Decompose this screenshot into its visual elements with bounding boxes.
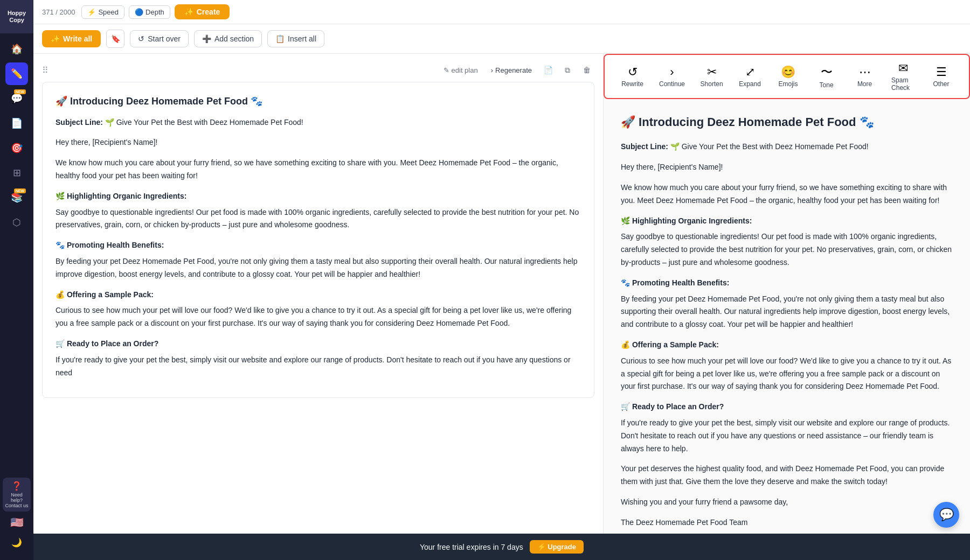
- panels: ⠿ ✎ edit plan › Regenerate 📄 ⧉ 🗑: [33, 54, 970, 560]
- sidebar-item-edit[interactable]: ✏️: [5, 62, 28, 85]
- top-toolbar: 371 / 2000 ⚡ Speed 🔵 Depth ✨ Create: [33, 0, 970, 24]
- insert-all-icon: 📋: [275, 34, 285, 43]
- regenerate-icon: ›: [491, 66, 493, 74]
- editor-content[interactable]: 🚀 Introducing Deez Homemade Pet Food 🐾 S…: [42, 82, 594, 398]
- sidebar-item-library[interactable]: 📚 new: [5, 186, 28, 209]
- bottom-banner: Your free trial expires in 7 days ⚡ Upgr…: [33, 534, 970, 560]
- continue-icon: ›: [670, 65, 674, 79]
- upgrade-label: ⚡ Upgrade: [537, 543, 576, 551]
- speed-label: Speed: [98, 8, 119, 16]
- preview-closing: Your pet deserves the highest quality fo…: [621, 463, 953, 488]
- preview-greeting: Hey there, [Recipient's Name]!: [621, 161, 953, 174]
- right-panel: ↺ Rewrite › Continue ✂ Shorten ⤢ Expand …: [604, 54, 970, 560]
- edit-plan-icon: ✎: [444, 66, 449, 74]
- expand-label: Expand: [739, 80, 761, 88]
- emojis-label: Emojis: [779, 80, 798, 88]
- chat-bubble-icon: 💬: [939, 508, 954, 522]
- left-panel: ⠿ ✎ edit plan › Regenerate 📄 ⧉ 🗑: [33, 54, 604, 560]
- sidebar-item-target[interactable]: 🎯: [5, 137, 28, 159]
- spam-check-label: Spam Check: [891, 76, 914, 92]
- delete-button[interactable]: 🗑: [579, 62, 594, 78]
- write-all-button[interactable]: ✨ Write all: [42, 30, 101, 47]
- library-new-badge: new: [14, 188, 26, 193]
- shorten-tool[interactable]: ✂ Shorten: [692, 62, 731, 91]
- copy-raw-button[interactable]: 📄: [541, 62, 556, 78]
- dark-mode-toggle[interactable]: 🌙: [5, 531, 28, 554]
- flag-icon[interactable]: 🇺🇸: [10, 516, 24, 529]
- insert-all-label: Insert all: [288, 34, 316, 43]
- editor-section: 🛒 Ready to Place an Order?If you're read…: [56, 338, 581, 379]
- rewrite-tool[interactable]: ↺ Rewrite: [613, 62, 652, 91]
- write-all-icon: ✨: [51, 34, 60, 43]
- insert-all-button[interactable]: 📋 Insert all: [267, 30, 324, 47]
- preview-intro: We know how much you care about your fur…: [621, 181, 953, 207]
- expand-icon: ⤢: [745, 65, 755, 79]
- add-section-icon: ➕: [202, 34, 211, 43]
- depth-label: Depth: [146, 8, 164, 16]
- editor-sections: 🌿 Highlighting Organic Ingredients:Say g…: [56, 190, 581, 380]
- speed-button[interactable]: ⚡ Speed: [81, 5, 124, 19]
- editor-section: 🌿 Highlighting Organic Ingredients:Say g…: [56, 190, 581, 232]
- continue-tool[interactable]: › Continue: [652, 62, 692, 91]
- editor-toolbar: ⠿ ✎ edit plan › Regenerate 📄 ⧉ 🗑: [42, 62, 594, 78]
- chat-bubble[interactable]: 💬: [933, 502, 959, 528]
- preview-section: 🌿 Highlighting Organic Ingredients:Say g…: [621, 215, 953, 269]
- preview-sections: 🌿 Highlighting Organic Ingredients:Say g…: [621, 215, 953, 456]
- emojis-icon: 😊: [781, 65, 795, 79]
- spam-check-tool[interactable]: ✉ Spam Check: [884, 58, 922, 95]
- preview-title: 🚀 Introducing Deez Homemade Pet Food 🐾: [621, 112, 953, 132]
- rewrite-label: Rewrite: [621, 80, 643, 88]
- shorten-icon: ✂: [707, 65, 717, 79]
- edit-plan-button[interactable]: ✎ edit plan: [439, 65, 482, 76]
- start-over-button[interactable]: ↺ Start over: [130, 30, 189, 47]
- ai-tools-bar: ↺ Rewrite › Continue ✂ Shorten ⤢ Expand …: [604, 54, 970, 99]
- write-all-label: Write all: [63, 34, 92, 43]
- app-logo[interactable]: Hoppy Copy: [0, 0, 33, 33]
- help-icon: ❓: [5, 481, 29, 491]
- regenerate-button[interactable]: › Regenerate: [487, 65, 536, 76]
- sidebar-item-home[interactable]: 🏠: [5, 38, 28, 60]
- editor-title: 🚀 Introducing Deez Homemade Pet Food 🐾: [56, 93, 581, 110]
- drag-handle[interactable]: ⠿: [42, 65, 48, 75]
- editor-greeting: Hey there, [Recipient's Name]!: [56, 136, 581, 149]
- sidebar-item-chat[interactable]: 💬 new: [5, 87, 28, 110]
- more-label: More: [857, 80, 872, 88]
- bookmark-button[interactable]: 🔖: [106, 30, 124, 48]
- create-button[interactable]: ✨ Create: [175, 4, 230, 19]
- bookmark-icon: 🔖: [111, 34, 120, 43]
- emojis-tool[interactable]: 😊 Emojis: [769, 62, 807, 91]
- action-toolbar: ✨ Write all 🔖 ↺ Start over ➕ Add section…: [33, 24, 970, 54]
- other-tool[interactable]: ☰ Other: [922, 62, 960, 91]
- depth-button[interactable]: 🔵 Depth: [129, 5, 170, 19]
- tone-icon: 〜: [821, 64, 833, 80]
- sidebar-item-grid[interactable]: ⊞: [5, 162, 28, 184]
- editor-subject-line: Subject Line: 🌱 Give Your Pet the Best w…: [56, 116, 581, 129]
- copy-button[interactable]: ⧉: [560, 62, 575, 78]
- editor-section: 💰 Offering a Sample Pack:Curious to see …: [56, 289, 581, 330]
- speed-icon: ⚡: [87, 8, 96, 16]
- sidebar: Hoppy Copy 🏠 ✏️ 💬 new 📄 🎯 ⊞ 📚 new ⬡ ❓ Ne…: [0, 0, 33, 560]
- regenerate-label: Regenerate: [495, 66, 532, 74]
- expand-tool[interactable]: ⤢ Expand: [731, 62, 769, 91]
- more-tool[interactable]: ⋯ More: [846, 62, 884, 91]
- editor-section: 🐾 Promoting Health Benefits:By feeding y…: [56, 239, 581, 281]
- upgrade-button[interactable]: ⚡ Upgrade: [530, 540, 584, 554]
- rewrite-icon: ↺: [628, 65, 638, 79]
- logo-line1: Hoppy: [8, 10, 26, 17]
- more-icon: ⋯: [859, 65, 871, 79]
- word-count: 371 / 2000: [42, 8, 75, 16]
- add-section-button[interactable]: ➕ Add section: [194, 30, 262, 47]
- tone-tool[interactable]: 〜 Tone: [807, 61, 846, 92]
- contact-us-label: Contact us: [5, 503, 29, 508]
- logo-line2: Copy: [9, 17, 24, 24]
- preview-section: 🛒 Ready to Place an Order?If you're read…: [621, 401, 953, 455]
- sidebar-item-integrations[interactable]: ⬡: [5, 211, 28, 234]
- preview-signature: The Deez Homemade Pet Food Team: [621, 516, 953, 529]
- start-over-icon: ↺: [138, 34, 144, 43]
- banner-text: Your free trial expires in 7 days: [420, 543, 523, 551]
- trash-icon: 🗑: [583, 66, 591, 74]
- sidebar-item-templates[interactable]: 📄: [5, 112, 28, 135]
- spam-check-icon: ✉: [898, 61, 908, 75]
- need-help-button[interactable]: ❓ Need help? Contact us: [3, 478, 31, 512]
- edit-plan-label: edit plan: [452, 66, 478, 74]
